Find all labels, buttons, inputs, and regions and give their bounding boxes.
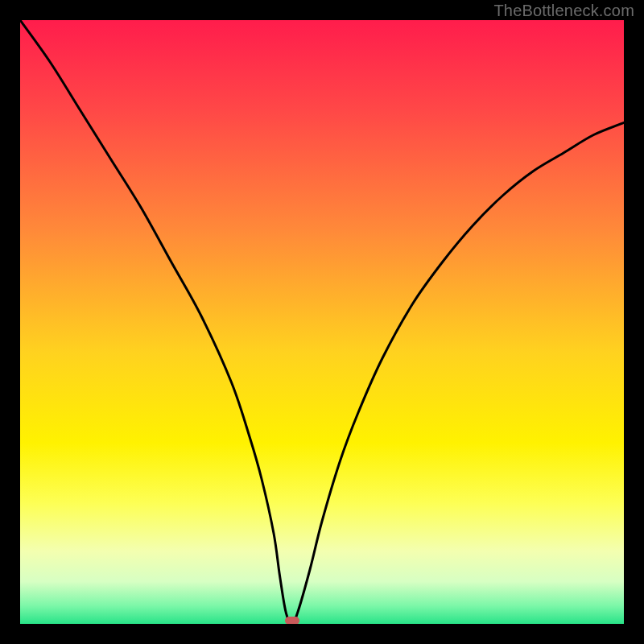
curve-layer <box>20 20 624 624</box>
plot-area <box>20 20 624 624</box>
bottleneck-curve <box>20 20 624 624</box>
chart-frame: TheBottleneck.com <box>0 0 644 644</box>
watermark-text: TheBottleneck.com <box>493 2 634 20</box>
optimum-marker <box>285 617 299 624</box>
